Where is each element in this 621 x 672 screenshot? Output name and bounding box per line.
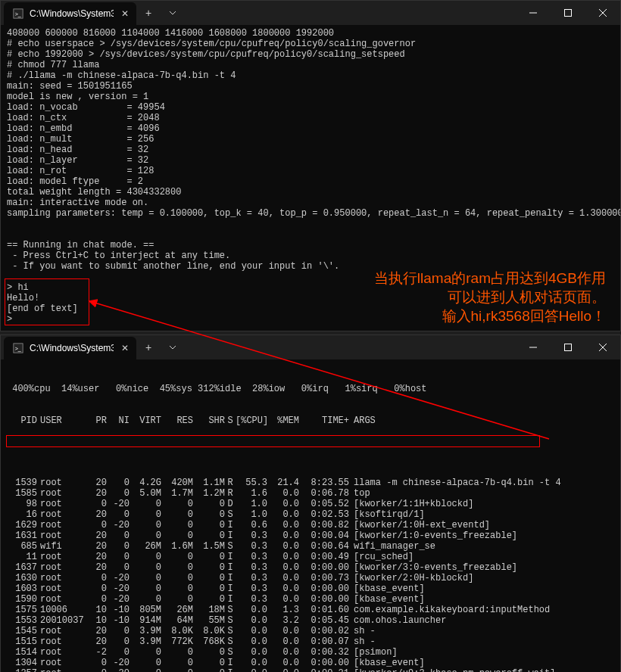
- close-button[interactable]: [585, 1, 620, 25]
- hdr-mem: %MEM: [267, 415, 299, 426]
- hdr-ni: NI: [107, 415, 130, 426]
- process-row: 1545root2003.9M8.0K8.0KS0.00.00:00.02sh …: [7, 626, 614, 636]
- annotation-line1: 当执行llama的ram占用达到4GB作用: [303, 269, 606, 288]
- tab-title-top: C:\Windows\System32\cmd.e: [30, 8, 114, 19]
- process-row: 1637root200000I0.30.00:00.00[kworker/3:0…: [7, 562, 614, 573]
- tab-cmd-top[interactable]: >_ C:\Windows\System32\cmd.e ✕: [4, 2, 136, 25]
- process-list: 1539root2004.2G420M1.1MR55.321.48:23.55l…: [7, 478, 614, 672]
- process-row: 685wifi20026M1.6M1.5MS0.30.00:00.64wifi_…: [7, 541, 614, 552]
- hdr-user: USER: [37, 415, 86, 426]
- process-row: 1629root0-20000I0.60.00:00.82[kworker/1:…: [7, 520, 614, 530]
- cpu-summary-line: 400%cpu 14%user 0%nice 45%sys 312%idle 2…: [7, 384, 614, 394]
- titlebar-drag-area[interactable]: [185, 1, 516, 25]
- tab-dropdown-button[interactable]: [161, 335, 185, 359]
- maximize-button[interactable]: [551, 1, 585, 25]
- annotation-line2: 可以进到人机对话页面。: [303, 288, 606, 306]
- process-header-row: PID USER PR NI VIRT RES SHR S [%CPU] %ME…: [7, 415, 614, 426]
- tab-title-bottom: C:\Windows\System32\cmd.e: [30, 343, 114, 353]
- hdr-pr: PR: [86, 415, 107, 426]
- maximize-button[interactable]: [551, 335, 585, 359]
- minimize-button[interactable]: [516, 1, 551, 25]
- process-row: 1603root0-20000I0.30.00:00.00[kbase_even…: [7, 583, 614, 594]
- terminal-window-bottom: >_ C:\Windows\System32\cmd.e ✕ + 400%cpu…: [0, 334, 621, 672]
- close-button[interactable]: [585, 335, 620, 359]
- annotation-line3: 输入hi,rk3568回答Hello！: [303, 306, 606, 325]
- process-row: 1515root2003.9M772K768KS0.00.00:00.07sh …: [7, 636, 614, 647]
- process-row: 11root200000I0.30.00:00.49[rcu_sched]: [7, 552, 614, 562]
- process-row: 98root0-20000D1.00.00:05.52[kworker/1:1H…: [7, 499, 614, 509]
- svg-text:>_: >_: [15, 11, 21, 17]
- process-row: 16root200000S1.00.00:02.53[ksoftirqd/1]: [7, 509, 614, 520]
- close-tab-icon[interactable]: ✕: [120, 343, 130, 353]
- cmd-icon: >_: [13, 343, 23, 353]
- tab-dropdown-button[interactable]: [161, 1, 185, 25]
- hdr-cpu: [%CPU]: [236, 415, 267, 426]
- new-tab-button[interactable]: +: [136, 1, 161, 25]
- process-row: 15751000610-10805M26M18MS0.01.30:01.60co…: [7, 605, 614, 615]
- process-row: 15532001003710-10914M64M55MS0.03.20:05.4…: [7, 615, 614, 626]
- process-row: 1631root200000I0.30.00:00.04[kworker/1:0…: [7, 530, 614, 541]
- process-row: 1585root2005.0M1.7M1.2MR1.60.00:06.78top: [7, 488, 614, 499]
- hdr-time: TIME+: [299, 415, 349, 426]
- hdr-pid: PID: [7, 415, 37, 426]
- process-row: 1257root0-20000I0.00.00:00.21[kworker/u9…: [7, 668, 614, 672]
- svg-text:>_: >_: [15, 346, 21, 352]
- titlebar-drag-area[interactable]: [185, 335, 516, 359]
- hdr-res: RES: [161, 415, 193, 426]
- process-row: 1630root0-20000I0.30.00:00.73[kworker/2:…: [7, 573, 614, 583]
- process-row: 1304root0-20000I0.00.00:00.00[kbase_even…: [7, 658, 614, 668]
- titlebar-top: >_ C:\Windows\System32\cmd.e ✕ +: [1, 1, 620, 25]
- close-tab-icon[interactable]: ✕: [120, 8, 130, 19]
- process-row: 1539root2004.2G420M1.1MR55.321.48:23.55l…: [7, 478, 614, 488]
- cmd-icon: >_: [13, 8, 23, 19]
- hdr-s: S: [225, 415, 236, 426]
- minimize-button[interactable]: [516, 335, 551, 359]
- process-row: 1514root-20000S0.00.00:00.32[psimon]: [7, 647, 614, 658]
- titlebar-bottom: >_ C:\Windows\System32\cmd.e ✕ +: [1, 335, 620, 359]
- hdr-virt: VIRT: [130, 415, 161, 426]
- tab-cmd-bottom[interactable]: >_ C:\Windows\System32\cmd.e ✕: [4, 337, 136, 359]
- svg-rect-9: [565, 344, 572, 351]
- hdr-shr: SHR: [193, 415, 225, 426]
- new-tab-button[interactable]: +: [136, 335, 161, 359]
- process-row: 1590root0-20000I0.30.00:00.00[kbase_even…: [7, 594, 614, 605]
- terminal-output-bottom[interactable]: 400%cpu 14%user 0%nice 45%sys 312%idle 2…: [1, 359, 620, 672]
- annotation-text: 当执行llama的ram占用达到4GB作用 可以进到人机对话页面。 输入hi,r…: [303, 269, 606, 325]
- hdr-args: ARGS: [349, 415, 614, 426]
- svg-rect-3: [565, 10, 572, 17]
